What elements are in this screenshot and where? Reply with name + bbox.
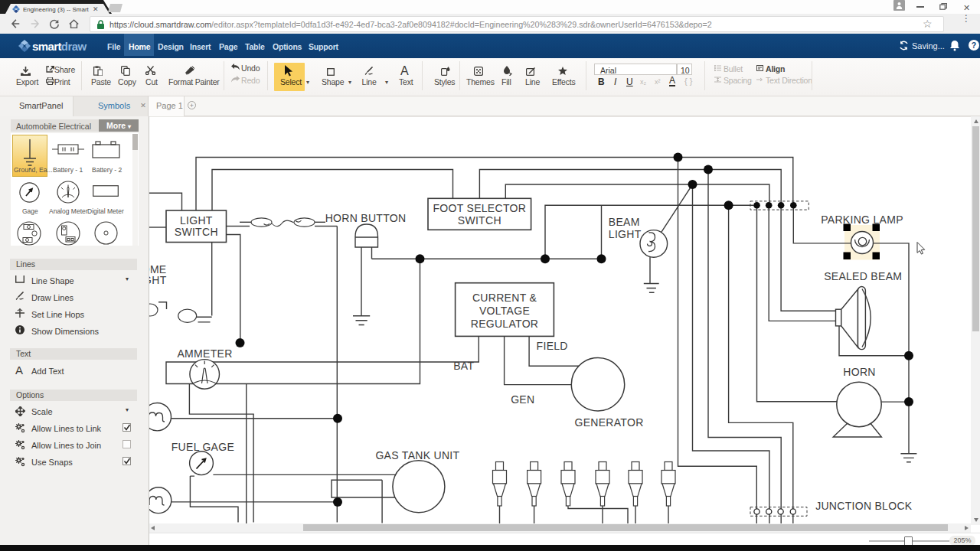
- svg-text:FOOT SELECTOR: FOOT SELECTOR: [433, 202, 526, 214]
- svg-text:FUEL GAGE: FUEL GAGE: [172, 441, 234, 453]
- svg-text:SWITCH: SWITCH: [458, 214, 501, 227]
- svg-text:REGULATOR: REGULATOR: [471, 318, 539, 330]
- svg-text:JUNCTION BLOCK: JUNCTION BLOCK: [815, 500, 913, 512]
- svg-text:FIELD: FIELD: [537, 340, 568, 352]
- svg-text:GEN: GEN: [511, 393, 534, 406]
- svg-text:VOLTAGE: VOLTAGE: [479, 305, 530, 317]
- svg-text:GENERATOR: GENERATOR: [574, 416, 643, 429]
- svg-text:LIGHT: LIGHT: [609, 228, 642, 240]
- svg-text:AMMETER: AMMETER: [177, 347, 232, 360]
- svg-text:CURRENT &: CURRENT &: [472, 292, 537, 304]
- svg-text:PARKING LAMP: PARKING LAMP: [821, 214, 903, 226]
- svg-text:HORN BUTTON: HORN BUTTON: [325, 212, 407, 224]
- svg-text:BEAM: BEAM: [609, 216, 640, 228]
- svg-text:LIGHT: LIGHT: [180, 214, 213, 227]
- svg-text:SWITCH: SWITCH: [175, 226, 218, 238]
- svg-text:SEALED BEAM: SEALED BEAM: [824, 270, 902, 282]
- svg-text:LIGHT: LIGHT: [149, 274, 167, 286]
- svg-text:BAT: BAT: [453, 360, 474, 372]
- svg-text:HORN: HORN: [843, 366, 875, 378]
- svg-text:GAS TANK UNIT: GAS TANK UNIT: [375, 449, 459, 461]
